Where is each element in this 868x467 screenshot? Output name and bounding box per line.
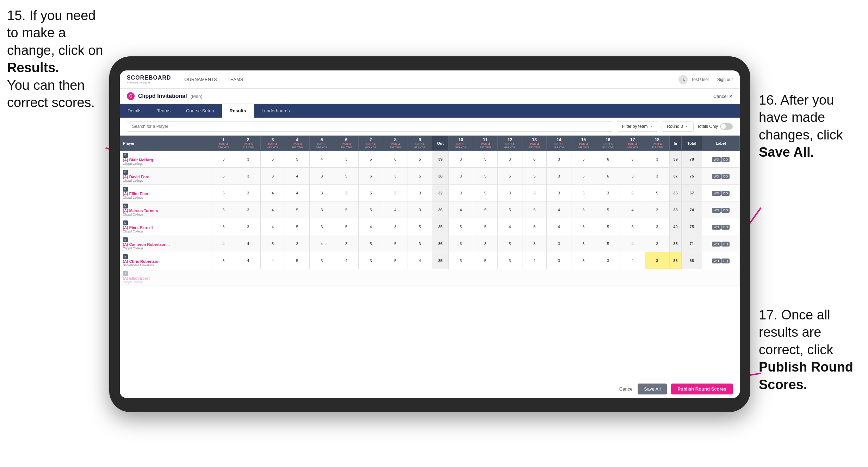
hole-8-score[interactable]: 6 bbox=[383, 151, 408, 168]
hole-7-score[interactable]: 5 bbox=[359, 235, 383, 252]
hole-11-score[interactable]: 5 bbox=[473, 201, 498, 218]
hole-1-score[interactable]: 3 bbox=[211, 218, 236, 235]
hole-17-score[interactable]: 5 bbox=[620, 151, 645, 168]
hole-13-score[interactable]: 3 bbox=[522, 185, 547, 201]
hole-6-score[interactable]: 4 bbox=[334, 252, 359, 269]
hole-3-score[interactable]: 4 bbox=[260, 252, 285, 269]
hole-8-score[interactable]: 3 bbox=[383, 218, 408, 235]
hole-4-score[interactable]: 5 bbox=[285, 252, 310, 269]
hole-12-score[interactable]: 4 bbox=[498, 218, 522, 235]
hole-16-score[interactable]: 5 bbox=[596, 235, 620, 252]
hole-15-score[interactable]: 3 bbox=[571, 201, 596, 218]
hole-4-score[interactable]: 3 bbox=[285, 235, 310, 252]
hole-12-score[interactable]: 5 bbox=[498, 168, 522, 185]
hole-10-score[interactable]: 3 bbox=[448, 151, 473, 168]
hole-14-score[interactable]: 3 bbox=[547, 252, 571, 269]
wd-button[interactable]: WD bbox=[712, 157, 721, 162]
hole-15-score[interactable]: 5 bbox=[571, 151, 596, 168]
save-all-button[interactable]: Save All bbox=[638, 384, 667, 394]
wd-button[interactable]: WD bbox=[712, 208, 721, 213]
hole-12-score[interactable]: 3 bbox=[498, 151, 522, 168]
hole-17-score[interactable]: 6 bbox=[620, 218, 645, 235]
hole-11-score[interactable]: 5 bbox=[473, 218, 498, 235]
hole-7-score[interactable]: 5 bbox=[359, 151, 383, 168]
hole-8-score[interactable]: 5 bbox=[383, 252, 408, 269]
hole-1-score[interactable]: 3 bbox=[211, 151, 236, 168]
hole-10-score[interactable]: 3 bbox=[448, 185, 473, 201]
hole-8-score[interactable]: 5 bbox=[383, 235, 408, 252]
hole-18-score[interactable]: 5 bbox=[645, 185, 670, 201]
hole-9-score[interactable]: 5 bbox=[408, 218, 432, 235]
hole-3-score[interactable]: 4 bbox=[260, 201, 285, 218]
nav-teams[interactable]: TEAMS bbox=[228, 75, 243, 83]
publish-round-scores-button[interactable]: Publish Round Scores bbox=[671, 384, 733, 394]
hole-4-score[interactable]: 5 bbox=[285, 151, 310, 168]
hole-11-score[interactable]: 5 bbox=[473, 151, 498, 168]
hole-12-score[interactable]: 5 bbox=[498, 235, 522, 252]
hole-15-score[interactable]: 5 bbox=[571, 168, 596, 185]
hole-5-score[interactable]: 3 bbox=[309, 201, 334, 218]
hole-18-score[interactable]: 3 bbox=[645, 235, 670, 252]
hole-17-score[interactable]: 6 bbox=[620, 185, 645, 201]
hole-13-score[interactable]: 3 bbox=[522, 235, 547, 252]
hole-5-score[interactable]: 4 bbox=[309, 235, 334, 252]
hole-5-score[interactable]: 4 bbox=[309, 151, 334, 168]
dq-button[interactable]: DQ bbox=[721, 259, 730, 263]
dq-button[interactable]: DQ bbox=[721, 157, 730, 162]
hole-3-score[interactable]: 5 bbox=[260, 151, 285, 168]
hole-16-score[interactable]: 3 bbox=[596, 185, 620, 201]
hole-3-score[interactable]: 5 bbox=[260, 235, 285, 252]
hole-15-score[interactable]: 3 bbox=[571, 218, 596, 235]
dq-button[interactable]: DQ bbox=[721, 242, 730, 247]
hole-2-score[interactable]: 3 bbox=[236, 201, 261, 218]
hole-1-score[interactable]: 3 bbox=[211, 252, 236, 269]
hole-17-score[interactable]: 3 bbox=[620, 168, 645, 185]
nav-tournaments[interactable]: TOURNAMENTS bbox=[182, 75, 217, 83]
wd-button[interactable]: WD bbox=[712, 174, 721, 179]
hole-3-score[interactable]: 3 bbox=[260, 168, 285, 185]
dq-button[interactable]: DQ bbox=[721, 191, 730, 196]
hole-1-score[interactable]: 4 bbox=[211, 235, 236, 252]
hole-7-score[interactable]: 5 bbox=[359, 201, 383, 218]
hole-13-score[interactable]: 5 bbox=[522, 201, 547, 218]
hole-7-score[interactable]: 5 bbox=[359, 185, 383, 201]
totals-toggle-switch[interactable] bbox=[720, 123, 733, 130]
hole-10-score[interactable]: 3 bbox=[448, 252, 473, 269]
hole-2-score[interactable]: 3 bbox=[236, 168, 261, 185]
hole-2-score[interactable]: 3 bbox=[236, 218, 261, 235]
hole-13-score[interactable]: 5 bbox=[522, 218, 547, 235]
hole-6-score[interactable]: 3 bbox=[334, 151, 359, 168]
hole-7-score[interactable]: 6 bbox=[359, 168, 383, 185]
hole-5-score[interactable]: 3 bbox=[309, 168, 334, 185]
hole-1-score[interactable]: 5 bbox=[211, 185, 236, 201]
hole-18-score[interactable]: 3 bbox=[645, 252, 670, 269]
hole-16-score[interactable]: 6 bbox=[596, 151, 620, 168]
search-input[interactable] bbox=[127, 121, 613, 132]
wd-button[interactable]: WD bbox=[712, 242, 721, 247]
hole-5-score[interactable]: 3 bbox=[309, 252, 334, 269]
hole-2-score[interactable]: 3 bbox=[236, 151, 261, 168]
hole-5-score[interactable]: 3 bbox=[309, 185, 334, 201]
hole-9-score[interactable]: 3 bbox=[408, 185, 432, 201]
hole-16-score[interactable]: 6 bbox=[596, 168, 620, 185]
hole-11-score[interactable]: 3 bbox=[473, 235, 498, 252]
filter-team-dropdown[interactable]: Filter by team ▼ bbox=[617, 121, 658, 132]
hole-8-score[interactable]: 3 bbox=[383, 185, 408, 201]
hole-18-score[interactable]: 3 bbox=[645, 201, 670, 218]
hole-7-score[interactable]: 4 bbox=[359, 218, 383, 235]
hole-13-score[interactable]: 4 bbox=[522, 252, 547, 269]
hole-6-score[interactable]: 5 bbox=[334, 168, 359, 185]
hole-11-score[interactable]: 5 bbox=[473, 168, 498, 185]
hole-9-score[interactable]: 5 bbox=[408, 168, 432, 185]
hole-17-score[interactable]: 4 bbox=[620, 252, 645, 269]
hole-18-score[interactable]: 3 bbox=[645, 151, 670, 168]
hole-6-score[interactable]: 3 bbox=[334, 235, 359, 252]
wd-button[interactable]: WD bbox=[712, 191, 721, 196]
cancel-action-button[interactable]: Cancel bbox=[619, 386, 633, 392]
hole-13-score[interactable]: 6 bbox=[522, 151, 547, 168]
dq-button[interactable]: DQ bbox=[721, 174, 730, 179]
tab-results[interactable]: Results bbox=[222, 104, 254, 118]
hole-14-score[interactable]: 4 bbox=[547, 218, 571, 235]
hole-16-score[interactable]: 5 bbox=[596, 201, 620, 218]
hole-11-score[interactable]: 5 bbox=[473, 185, 498, 201]
